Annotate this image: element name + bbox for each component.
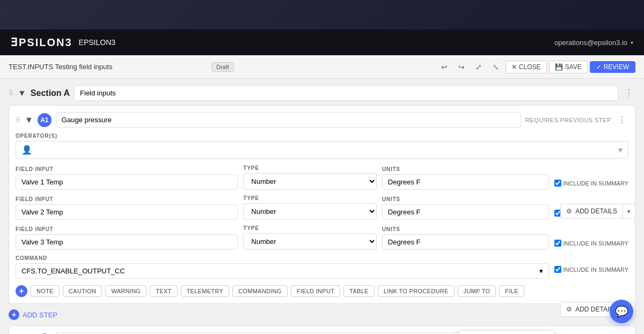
command-select[interactable]: CFS.TO_ENABLE_OUTPUT_CC ▾: [16, 263, 549, 279]
warning-button[interactable]: WARNING: [105, 285, 147, 297]
step-drag-handle[interactable]: ⠿: [16, 116, 20, 124]
add-details-caret-button[interactable]: ▾: [623, 205, 635, 218]
field-input-button[interactable]: FIELD INPUT: [291, 285, 341, 297]
command-include-label: INCLUDE IN SUMMARY: [564, 266, 628, 273]
field-input-2[interactable]: [16, 204, 238, 220]
operator-select[interactable]: 👤 ▾: [16, 141, 628, 159]
units-label-2: UNITS: [382, 196, 549, 202]
expand-button[interactable]: ⤢: [471, 60, 486, 75]
undo-button[interactable]: ↩: [437, 60, 452, 75]
add-step-row[interactable]: + ADD STEP: [9, 309, 635, 320]
type-group-1: TYPE Number Text Boolean: [243, 165, 377, 190]
photo-bar: [0, 0, 644, 29]
command-include-summary: INCLUDE IN SUMMARY: [554, 266, 628, 276]
type-label-2: TYPE: [243, 195, 377, 201]
review-button[interactable]: ✓ REVIEW: [590, 61, 635, 73]
type-select-3[interactable]: Number Text: [243, 233, 377, 250]
command-include-checkbox[interactable]: [554, 266, 561, 273]
user-email: operations@epsilon3.io: [554, 39, 627, 47]
review-check-icon: ✓: [596, 63, 602, 71]
add-details-dropdown: ⚙ TIMING ⚙ DURATION 📍 LOCATION ⚙ CHANNEL…: [458, 330, 555, 334]
type-group-2: TYPE Number Text: [243, 195, 377, 220]
toolbar: TEST.INPUTS Testing field inputs Draft ↩…: [0, 55, 644, 79]
field-input-3[interactable]: [16, 234, 238, 250]
include-summary-3: INCLUDE IN SUMMARY: [554, 240, 628, 250]
chat-icon: 💬: [615, 305, 628, 318]
command-section: COMMAND CFS.TO_ENABLE_OUTPUT_CC ▾ INCLUD…: [16, 255, 628, 279]
units-input-3[interactable]: [382, 234, 549, 250]
section-drag-handle[interactable]: ⠿: [9, 90, 13, 97]
type-group-3: TYPE Number Text: [243, 225, 377, 250]
include-summary-checkbox-3[interactable]: [554, 240, 561, 247]
units-input-1[interactable]: [382, 174, 549, 190]
command-label: COMMAND: [16, 255, 628, 261]
section-menu-icon[interactable]: ⋮: [623, 86, 635, 100]
link-to-procedure-button[interactable]: LINK TO PROCEDURE: [378, 285, 455, 297]
section-name-input[interactable]: [74, 85, 618, 101]
include-summary-1: INCLUDE IN SUMMARY: [554, 180, 628, 190]
field-input-row-2: FIELD INPUT TYPE Number Text UNITS INCLU…: [16, 195, 628, 220]
field-input-label-3: FIELD INPUT: [16, 226, 238, 232]
field-input-group-1: FIELD INPUT: [16, 166, 238, 190]
collapse-button[interactable]: ⤡: [488, 60, 503, 75]
add-step-icon: +: [9, 309, 19, 320]
add-details-main-button[interactable]: ⚙ ADD DETAILS: [561, 204, 623, 218]
type-label-1: TYPE: [243, 165, 377, 171]
include-summary-label-1: INCLUDE IN SUMMARY: [564, 180, 628, 187]
units-label-3: UNITS: [382, 226, 549, 232]
step-a1-name-input[interactable]: [56, 112, 521, 128]
add-details-wrapper: ⚙ ADD DETAILS ▾: [560, 204, 635, 219]
gear-icon: ⚙: [566, 207, 572, 215]
include-summary-checkbox-1[interactable]: [554, 180, 561, 187]
file-button[interactable]: FILE: [499, 285, 524, 297]
operator-chevron-icon: ▾: [618, 145, 623, 155]
breadcrumb: TEST.INPUTS Testing field inputs: [9, 63, 203, 71]
main-content: ⠿ ▼ Section A ⋮ ⠿ ▼ A1 REQUIRES PREVIOUS…: [0, 79, 644, 334]
field-input-label-1: FIELD INPUT: [16, 166, 238, 172]
section-header: ⠿ ▼ Section A ⋮: [9, 85, 635, 101]
commanding-button[interactable]: COMMANDING: [232, 285, 288, 297]
operator-label: OPERATOR(S): [16, 133, 628, 139]
logo-area: ƎPSILON3 EPSILON3: [11, 36, 115, 49]
units-label-1: UNITS: [382, 166, 549, 172]
note-button[interactable]: NOTE: [31, 285, 60, 297]
units-input-2[interactable]: [382, 204, 549, 220]
save-button[interactable]: 💾 SAVE: [549, 61, 588, 73]
chat-bubble-button[interactable]: 💬: [610, 300, 633, 323]
section-collapse-button[interactable]: ▼: [18, 88, 26, 98]
step-collapse-button[interactable]: ▼: [25, 115, 33, 125]
field-input-group-3: FIELD INPUT: [16, 226, 238, 250]
telemetry-button[interactable]: TELEMETRY: [181, 285, 230, 297]
caution-button[interactable]: CAUTION: [63, 285, 103, 297]
dropdown-item-timing[interactable]: ⚙ TIMING: [459, 331, 554, 334]
step-a1-menu-icon[interactable]: ⋮: [616, 113, 628, 127]
save-icon: 💾: [555, 63, 563, 71]
type-select-2[interactable]: Number Text: [243, 203, 377, 220]
type-label-3: TYPE: [243, 225, 377, 231]
app-name: EPSILON3: [79, 38, 115, 47]
type-select-1[interactable]: Number Text Boolean: [243, 173, 377, 190]
add-details-label: ADD DETAILS: [575, 207, 617, 215]
person-icon: 👤: [21, 145, 32, 155]
step-a1-badge: A1: [38, 113, 52, 127]
command-chevron-icon: ▾: [539, 267, 543, 275]
text-button[interactable]: TEXT: [150, 285, 177, 297]
add-details-area: ⚙ ADD DETAILS ▾ ⚙ TIMING ⚙ DURATION 📍 LO…: [560, 204, 635, 219]
status-badge: Draft: [211, 62, 234, 72]
close-button[interactable]: ✕ CLOSE: [506, 61, 547, 73]
jump-to-button[interactable]: JUMP TO: [458, 285, 496, 297]
field-input-1[interactable]: [16, 174, 238, 190]
requires-prev-label: REQUIRES PREVIOUS STEP: [525, 117, 611, 123]
user-chevron-icon: ▾: [631, 40, 633, 46]
close-x-icon: ✕: [511, 63, 517, 71]
field-input-row-1: FIELD INPUT TYPE Number Text Boolean UNI…: [16, 165, 628, 190]
step-a1: ⠿ ▼ A1 REQUIRES PREVIOUS STEP ⋮ OPERATOR…: [9, 105, 635, 304]
add-action-button[interactable]: +: [16, 285, 27, 297]
field-input-group-2: FIELD INPUT: [16, 196, 238, 220]
units-group-1: UNITS: [382, 166, 549, 190]
command-value: CFS.TO_ENABLE_OUTPUT_CC: [21, 267, 125, 275]
table-button[interactable]: TABLE: [343, 285, 375, 297]
operator-section: OPERATOR(S) 👤 ▾: [16, 133, 628, 159]
user-menu[interactable]: operations@epsilon3.io ▾: [554, 39, 633, 47]
redo-button[interactable]: ↪: [454, 60, 469, 75]
